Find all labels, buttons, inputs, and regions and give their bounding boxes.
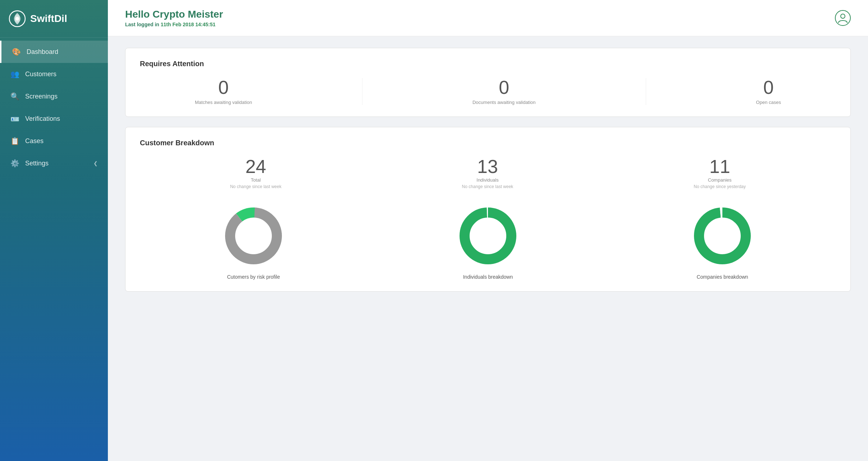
sidebar-label-screenings: Screenings — [25, 93, 58, 100]
dashboard-icon: 🎨 — [12, 47, 21, 56]
chart-risk-profile: Cutomers by risk profile — [221, 204, 286, 280]
page-header: Hello Crypto Meister Last logged in 11th… — [108, 0, 868, 36]
sidebar-item-verifications[interactable]: 🪪 Verifications — [0, 108, 108, 130]
screenings-icon: 🔍 — [10, 92, 19, 101]
main-content: Hello Crypto Meister Last logged in 11th… — [108, 0, 868, 461]
sidebar-label-cases: Cases — [25, 137, 44, 145]
sidebar-label-verifications: Verifications — [25, 115, 60, 123]
attention-item-cases: 0 Open cases — [756, 78, 781, 105]
content-area: Requires Attention 0 Matches awaiting va… — [108, 36, 868, 303]
nav-items: 🎨 Dashboard 👥 Customers 🔍 Screenings 🪪 V… — [0, 41, 108, 174]
stat-individuals: 13 Individuals No change since last week — [462, 157, 513, 189]
customer-breakdown-title: Customer Breakdown — [140, 139, 836, 147]
requires-attention-title: Requires Attention — [140, 60, 836, 68]
individuals-chart — [456, 204, 520, 268]
attention-grid: 0 Matches awaiting validation 0 Document… — [140, 78, 836, 105]
total-count: 24 — [230, 157, 282, 176]
companies-count: 11 — [694, 157, 746, 176]
greeting-area: Hello Crypto Meister Last logged in 11th… — [125, 9, 223, 27]
cases-count: 0 — [756, 78, 781, 97]
companies-chart — [690, 204, 755, 268]
customers-icon: 👥 — [10, 69, 19, 79]
sidebar-label-dashboard: Dashboard — [27, 48, 58, 56]
risk-profile-label: Cutomers by risk profile — [227, 274, 280, 280]
requires-attention-card: Requires Attention 0 Matches awaiting va… — [125, 48, 851, 117]
documents-count: 0 — [472, 78, 536, 97]
matches-count: 0 — [195, 78, 252, 97]
sidebar-item-cases[interactable]: 📋 Cases — [0, 130, 108, 152]
sidebar: SwiftDil 🎨 Dashboard 👥 Customers 🔍 Scree… — [0, 0, 108, 461]
attention-item-documents: 0 Documents awaiting validation — [472, 78, 536, 105]
documents-label: Documents awaiting validation — [472, 100, 536, 105]
individuals-breakdown-label: Individuals breakdown — [463, 274, 513, 280]
companies-breakdown-label: Companies breakdown — [696, 274, 748, 280]
swiftdil-logo-icon — [9, 10, 26, 27]
breakdown-stats: 24 Total No change since last week 13 In… — [140, 157, 836, 189]
total-label: Total — [230, 177, 282, 183]
sidebar-item-screenings[interactable]: 🔍 Screenings — [0, 85, 108, 108]
attention-item-matches: 0 Matches awaiting validation — [195, 78, 252, 105]
companies-change: No change since yesterday — [694, 184, 746, 189]
individuals-label: Individuals — [462, 177, 513, 183]
customer-breakdown-card: Customer Breakdown 24 Total No change si… — [125, 127, 851, 292]
cases-icon: 📋 — [10, 136, 19, 146]
stat-total: 24 Total No change since last week — [230, 157, 282, 189]
svg-point-3 — [841, 14, 845, 18]
divider-1 — [362, 78, 362, 105]
svg-point-2 — [15, 17, 19, 20]
chart-individuals: Individuals breakdown — [456, 204, 520, 280]
matches-label: Matches awaiting validation — [195, 100, 252, 105]
stat-companies: 11 Companies No change since yesterday — [694, 157, 746, 189]
risk-profile-chart — [221, 204, 286, 268]
individuals-count: 13 — [462, 157, 513, 176]
settings-arrow-icon: ❮ — [93, 160, 98, 166]
logo-text: SwiftDil — [30, 13, 67, 24]
user-avatar[interactable] — [835, 10, 851, 26]
svg-point-9 — [471, 219, 505, 253]
cases-label: Open cases — [756, 100, 781, 105]
sidebar-item-settings[interactable]: ⚙️ Settings ❮ — [0, 152, 108, 174]
last-logged-in: Last logged in 11th Feb 2018 14:45:51 — [125, 22, 223, 27]
companies-label: Companies — [694, 177, 746, 183]
sidebar-item-dashboard[interactable]: 🎨 Dashboard — [0, 41, 108, 63]
verifications-icon: 🪪 — [10, 114, 19, 123]
charts-grid: Cutomers by risk profile Individuals bre… — [140, 204, 836, 280]
logo-area: SwiftDil — [0, 0, 108, 38]
sidebar-label-customers: Customers — [25, 70, 56, 78]
individuals-change: No change since last week — [462, 184, 513, 189]
total-change: No change since last week — [230, 184, 282, 189]
page-title: Hello Crypto Meister — [125, 9, 223, 20]
avatar-icon — [837, 13, 848, 23]
sidebar-item-customers[interactable]: 👥 Customers — [0, 63, 108, 85]
svg-point-6 — [236, 219, 271, 253]
svg-point-12 — [705, 219, 740, 253]
settings-icon: ⚙️ — [10, 159, 19, 168]
sidebar-label-settings: Settings — [25, 160, 49, 167]
chart-companies: Companies breakdown — [690, 204, 755, 280]
divider-2 — [646, 78, 646, 105]
